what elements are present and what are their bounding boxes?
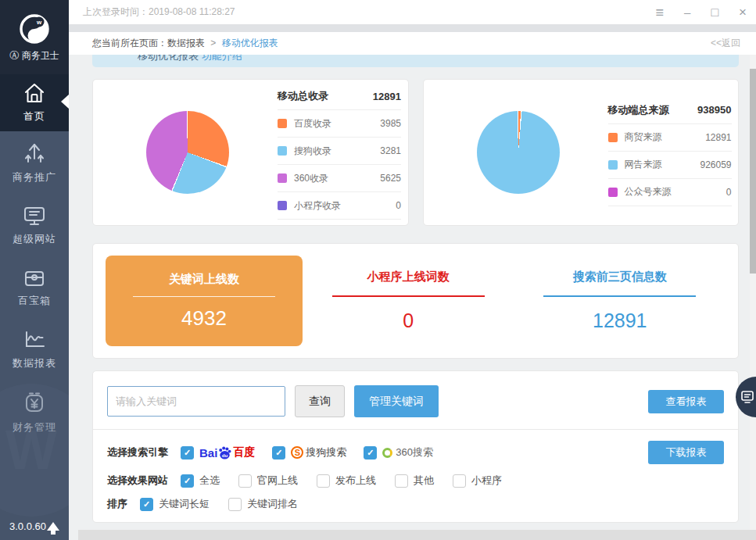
charts-row: 移动总收录 12891 百度收录 3985 搜狗收录 3281 [92,79,739,226]
publish-checkbox[interactable] [317,474,330,488]
stat-top3-pages-info[interactable]: 搜索前三页信息数 12891 [514,270,726,332]
breadcrumb: 您当前所在页面：数据报表 > 移动优化报表 [92,37,278,50]
back-link[interactable]: <<返回 [711,37,740,50]
site-filter-label: 选择效果网站 [107,474,168,488]
site-option-official: 官网上线 [238,474,298,488]
select-all-checkbox[interactable] [181,474,194,488]
source-legend: 移动端总来源 938950 商贸来源 12891 网告来源 926059 [608,99,732,206]
sidebar-item-toolbox[interactable]: 百宝箱 [0,256,69,319]
inclusion-chart-panel: 移动总收录 12891 百度收录 3985 搜狗收录 3281 [92,79,409,226]
site-option-publish: 发布上线 [317,474,376,488]
main-area: 上次登录时间：2019-08-08 11:28:27 您当前所在页面：数据报表 … [69,0,756,540]
service-icon [740,389,755,405]
inclusion-pie-chart [146,111,229,194]
home-icon [23,82,46,104]
stat-keywords-online[interactable]: 关键词上线数 4932 [106,256,303,346]
legend-swatch [608,160,618,170]
brand-logo-icon: w [17,12,52,46]
legend-row: 百度收录 3985 [278,110,401,138]
menu-icon[interactable] [656,5,665,20]
sidebar-item-data-report[interactable]: 数据报表 [0,319,69,381]
legend-row: 公众号来源 0 [608,179,732,206]
other-checkbox[interactable] [395,474,408,488]
window-controls [656,5,748,20]
sogou-checkbox[interactable] [272,446,285,460]
view-report-button[interactable]: 查看报表 [648,390,724,413]
legend-row: 360收录 5625 [278,165,401,192]
miniprogram-checkbox[interactable] [453,474,466,488]
titlebar: 上次登录时间：2019-08-08 11:28:27 [69,0,756,24]
update-arrow-icon[interactable] [47,522,59,531]
engine-filter-row: 选择搜索引擎 Bai du [107,441,724,464]
official-site-checkbox[interactable] [238,474,252,488]
legend-total: 12891 [373,91,401,102]
source-chart-panel: 移动端总来源 938950 商贸来源 12891 网告来源 926059 [423,79,740,226]
legend-row: 搜狗收录 3281 [278,138,401,165]
manage-keywords-button[interactable]: 管理关键词 [354,385,439,417]
last-login-text: 上次登录时间：2019-08-08 11:28:27 [83,5,235,19]
close-icon[interactable] [739,5,747,19]
download-report-button[interactable]: 下载报表 [648,441,724,464]
query-button[interactable]: 查询 [295,385,345,417]
sort-label: 排序 [107,497,127,511]
legend-swatch [608,133,618,142]
legend-title: 移动总收录 [278,89,328,103]
legend-row: 网告来源 926059 [608,152,732,179]
breadcrumb-bar: 您当前所在页面：数据报表 > 移动优化报表 <<返回 [69,32,756,55]
report-icon [23,330,46,351]
legend-swatch [608,188,618,197]
sidebar-item-label: 百宝箱 [18,294,51,308]
inclusion-legend: 移动总收录 12891 百度收录 3985 搜狗收录 3281 [278,85,401,220]
app-window: w Ⓐ 商务卫士 首页 商务推广 [0,0,756,540]
sidebar-item-label: 首页 [23,109,45,123]
brand-name: Ⓐ 商务卫士 [9,49,59,63]
brand-watermark: W [0,384,69,517]
sidebar-item-label: 超级网站 [13,232,56,246]
minimize-icon[interactable] [684,6,690,18]
baidu-checkbox[interactable] [181,446,194,460]
sidebar-item-home[interactable]: 首页 [0,74,69,131]
maximize-icon[interactable] [711,6,718,19]
site-filter-row: 选择效果网站 全选 官网上线 发布上线 其他 [107,474,724,488]
horizontal-scrollbar[interactable] [78,530,756,540]
filter-divider [93,429,738,430]
sidebar-item-label: 商务推广 [13,170,56,184]
app-version: 3.0.0.60 [9,520,46,532]
promote-icon [23,141,46,165]
search360-checkbox[interactable] [364,446,377,460]
keyword-search-input[interactable] [107,386,285,417]
svg-text:du: du [222,452,228,457]
site-option-miniprogram: 小程序 [453,474,502,488]
brand-block: w Ⓐ 商务卫士 [0,0,69,74]
search360-logo-icon [382,448,392,458]
titlebar-divider [69,24,756,32]
sort-row: 排序 关键词长短 关键词排名 [107,497,724,511]
source-pie-chart [477,111,560,194]
svg-text:w: w [36,19,42,26]
active-notch [61,95,69,109]
brand-mark: Ⓐ [9,50,19,61]
sidebar-item-label: 数据报表 [13,356,56,370]
legend-row: 小程序收录 0 [278,192,401,220]
vertical-scrollbar[interactable] [750,55,756,530]
page-content: 移动优化报表 功能介绍 移动总收录 12891 百度收录 [69,55,756,540]
stat-miniprogram-words[interactable]: 小程序上线词数 0 [303,270,514,332]
engine-option-360: 360搜索 [364,445,433,460]
legend-total: 938950 [697,104,731,116]
engine-option-baidu: Bai du 百度 [181,445,255,460]
website-icon [23,205,46,227]
sogou-logo-icon: S [291,446,303,459]
keyword-length-checkbox[interactable] [140,498,153,511]
notification-banner: 移动优化报表 功能介绍 [92,55,739,67]
notification-link[interactable]: 功能介绍 [202,55,242,62]
filter-panel: 查询 管理关键词 查看报表 选择搜索引擎 Bai [92,370,739,523]
breadcrumb-current-link[interactable]: 移动优化报表 [222,38,278,48]
keyword-rank-checkbox[interactable] [228,498,242,511]
stats-panel: 关键词上线数 4932 小程序上线词数 0 搜索前三页信息数 12891 [92,243,739,359]
baidu-logo-icon: Bai du 百度 [199,445,255,460]
sidebar-item-super-website[interactable]: 超级网站 [0,194,69,256]
legend-swatch [278,201,287,210]
site-option-other: 其他 [395,474,434,488]
sidebar-item-promotion[interactable]: 商务推广 [0,131,69,194]
vertical-scrollbar-thumb[interactable] [750,69,756,274]
